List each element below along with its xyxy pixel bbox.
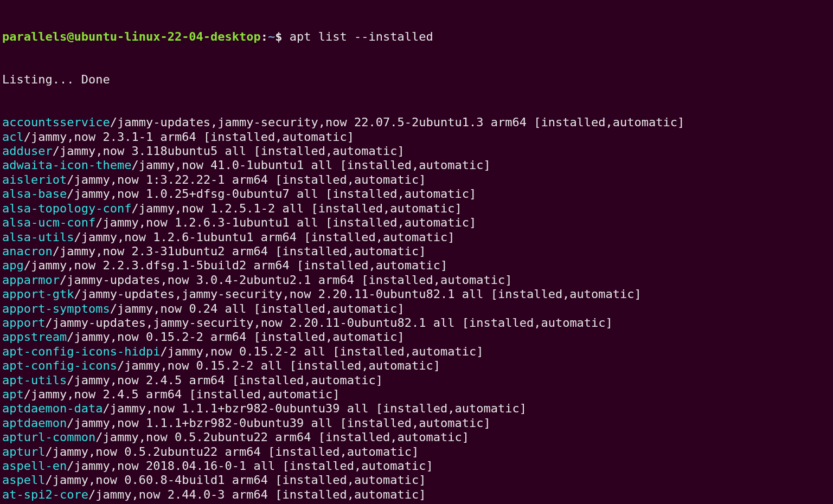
package-details: /jammy,now 2.3.1-1 arm64 [installed,auto… bbox=[24, 130, 354, 144]
package-line: apturl/jammy,now 0.5.2ubuntu22 arm64 [in… bbox=[2, 445, 831, 459]
prompt-dollar: $ bbox=[275, 30, 290, 43]
prompt-colon: : bbox=[261, 30, 268, 43]
package-name: apt-config-icons bbox=[2, 359, 117, 372]
package-name: adwaita-icon-theme bbox=[2, 158, 131, 172]
package-line: apport/jammy-updates,jammy-security,now … bbox=[2, 316, 831, 330]
package-line: anacron/jammy,now 2.3-31ubuntu2 arm64 [i… bbox=[2, 244, 831, 259]
package-name: apturl bbox=[2, 445, 45, 458]
package-name: apt bbox=[2, 387, 24, 401]
package-details: /jammy,now 2.2.3.dfsg.1-5build2 arm64 [i… bbox=[24, 259, 447, 272]
package-name: alsa-utils bbox=[2, 230, 74, 244]
package-name: apport-symptoms bbox=[2, 302, 110, 315]
package-name: appstream bbox=[2, 330, 67, 344]
package-details: /jammy,now 1:3.22.22-1 arm64 [installed,… bbox=[67, 173, 426, 186]
status-line: Listing... Done bbox=[2, 73, 831, 87]
package-line: acl/jammy,now 2.3.1-1 arm64 [installed,a… bbox=[2, 130, 831, 144]
package-name: acl bbox=[2, 130, 24, 144]
package-line: aspell/jammy,now 0.60.8-4build1 arm64 [i… bbox=[2, 473, 831, 487]
package-details: /jammy,now 2.4.5 arm64 [installed,automa… bbox=[24, 387, 340, 401]
package-details: /jammy,now 1.1.1+bzr982-0ubuntu39 all [i… bbox=[67, 416, 490, 430]
package-name: apport-gtk bbox=[2, 287, 74, 301]
package-details: /jammy,now 0.8-5ubuntu5 arm64 [installed… bbox=[95, 502, 462, 504]
package-name: adduser bbox=[2, 144, 53, 158]
package-name: apparmor bbox=[2, 273, 60, 287]
package-name: alsa-topology-conf bbox=[2, 202, 131, 215]
package-line: alsa-utils/jammy,now 1.2.6-1ubuntu1 arm6… bbox=[2, 230, 831, 244]
package-line: at-spi2-core/jammy,now 2.44.0-3 arm64 [i… bbox=[2, 488, 831, 502]
package-details: /jammy,now 0.15.2-2 all [installed,autom… bbox=[160, 345, 483, 358]
package-details: /jammy,now 0.24 all [installed,automatic… bbox=[110, 302, 405, 315]
package-line: aptdaemon-data/jammy,now 1.1.1+bzr982-0u… bbox=[2, 402, 831, 416]
package-line: apt-config-icons-hidpi/jammy,now 0.15.2-… bbox=[2, 345, 831, 359]
package-name: aspell bbox=[2, 473, 45, 487]
package-line: aptdaemon/jammy,now 1.1.1+bzr982-0ubuntu… bbox=[2, 416, 831, 430]
package-details: /jammy-updates,now 3.0.4-2ubuntu2.1 arm6… bbox=[60, 273, 512, 287]
package-name: apg bbox=[2, 259, 24, 272]
package-name: anacron bbox=[2, 244, 53, 258]
package-details: /jammy,now 0.60.8-4build1 arm64 [install… bbox=[45, 473, 426, 487]
terminal-output[interactable]: parallels@ubuntu-linux-22-04-desktop:~$ … bbox=[0, 0, 833, 504]
package-details: /jammy-updates,jammy-security,now 22.07.… bbox=[110, 115, 685, 129]
package-name: avahi-autoipd bbox=[2, 502, 95, 504]
package-list: accountsservice/jammy-updates,jammy-secu… bbox=[2, 115, 831, 504]
package-name: apt-utils bbox=[2, 373, 67, 387]
package-name: accountsservice bbox=[2, 115, 110, 129]
package-line: apt/jammy,now 2.4.5 arm64 [installed,aut… bbox=[2, 387, 831, 402]
package-details: /jammy,now 2018.04.16-0-1 all [installed… bbox=[67, 459, 433, 473]
package-details: /jammy,now 2.44.0-3 arm64 [installed,aut… bbox=[88, 488, 426, 501]
package-name: aptdaemon-data bbox=[2, 402, 102, 415]
package-line: apt-utils/jammy,now 2.4.5 arm64 [install… bbox=[2, 373, 831, 387]
package-line: accountsservice/jammy-updates,jammy-secu… bbox=[2, 115, 831, 130]
package-name: alsa-base bbox=[2, 187, 67, 201]
package-name: at-spi2-core bbox=[2, 488, 88, 501]
package-details: /jammy,now 1.2.6-1ubuntu1 arm64 [install… bbox=[74, 230, 454, 244]
package-line: apport-gtk/jammy-updates,jammy-security,… bbox=[2, 287, 831, 301]
package-details: /jammy,now 0.5.2ubuntu22 arm64 [installe… bbox=[95, 430, 469, 444]
package-details: /jammy,now 41.0-1ubuntu1 all [installed,… bbox=[131, 158, 490, 172]
package-line: alsa-base/jammy,now 1.0.25+dfsg-0ubuntu7… bbox=[2, 187, 831, 201]
package-line: apturl-common/jammy,now 0.5.2ubuntu22 ar… bbox=[2, 430, 831, 444]
package-details: /jammy,now 1.0.25+dfsg-0ubuntu7 all [ins… bbox=[67, 187, 476, 201]
package-line: apport-symptoms/jammy,now 0.24 all [inst… bbox=[2, 302, 831, 316]
package-line: avahi-autoipd/jammy,now 0.8-5ubuntu5 arm… bbox=[2, 502, 831, 504]
package-name: aisleriot bbox=[2, 173, 67, 186]
package-name: apturl-common bbox=[2, 430, 95, 444]
package-name: aptdaemon bbox=[2, 416, 67, 430]
package-details: /jammy-updates,jammy-security,now 2.20.1… bbox=[45, 316, 612, 329]
package-line: adwaita-icon-theme/jammy,now 41.0-1ubunt… bbox=[2, 158, 831, 172]
package-details: /jammy,now 1.1.1+bzr982-0ubuntu39 all [i… bbox=[102, 402, 526, 415]
package-line: aspell-en/jammy,now 2018.04.16-0-1 all [… bbox=[2, 459, 831, 473]
package-name: apt-config-icons-hidpi bbox=[2, 345, 160, 358]
package-line: adduser/jammy,now 3.118ubuntu5 all [inst… bbox=[2, 144, 831, 158]
prompt-line: parallels@ubuntu-linux-22-04-desktop:~$ … bbox=[2, 30, 831, 44]
package-details: /jammy,now 0.15.2-2 arm64 [installed,aut… bbox=[67, 330, 405, 344]
prompt-user-host: parallels@ubuntu-linux-22-04-desktop bbox=[2, 30, 261, 43]
package-details: /jammy,now 0.15.2-2 all [installed,autom… bbox=[117, 359, 440, 372]
package-details: /jammy,now 2.3-31ubuntu2 arm64 [installe… bbox=[53, 244, 426, 258]
package-line: appstream/jammy,now 0.15.2-2 arm64 [inst… bbox=[2, 330, 831, 344]
package-line: apparmor/jammy-updates,now 3.0.4-2ubuntu… bbox=[2, 273, 831, 287]
package-line: alsa-topology-conf/jammy,now 1.2.5.1-2 a… bbox=[2, 202, 831, 216]
package-line: apt-config-icons/jammy,now 0.15.2-2 all … bbox=[2, 359, 831, 373]
package-name: apport bbox=[2, 316, 45, 329]
prompt-path: ~ bbox=[268, 30, 275, 43]
package-name: aspell-en bbox=[2, 459, 67, 473]
package-line: apg/jammy,now 2.2.3.dfsg.1-5build2 arm64… bbox=[2, 259, 831, 273]
package-details: /jammy,now 2.4.5 arm64 [installed,automa… bbox=[67, 373, 383, 387]
package-name: alsa-ucm-conf bbox=[2, 216, 95, 229]
package-details: /jammy,now 1.2.6.3-1ubuntu1 all [install… bbox=[95, 216, 476, 229]
package-line: alsa-ucm-conf/jammy,now 1.2.6.3-1ubuntu1… bbox=[2, 216, 831, 230]
package-line: aisleriot/jammy,now 1:3.22.22-1 arm64 [i… bbox=[2, 173, 831, 187]
package-details: /jammy-updates,jammy-security,now 2.20.1… bbox=[74, 287, 641, 301]
package-details: /jammy,now 0.5.2ubuntu22 arm64 [installe… bbox=[45, 445, 419, 458]
command-text: apt list --installed bbox=[290, 30, 433, 43]
package-details: /jammy,now 1.2.5.1-2 all [installed,auto… bbox=[131, 202, 462, 215]
package-details: /jammy,now 3.118ubuntu5 all [installed,a… bbox=[53, 144, 405, 158]
